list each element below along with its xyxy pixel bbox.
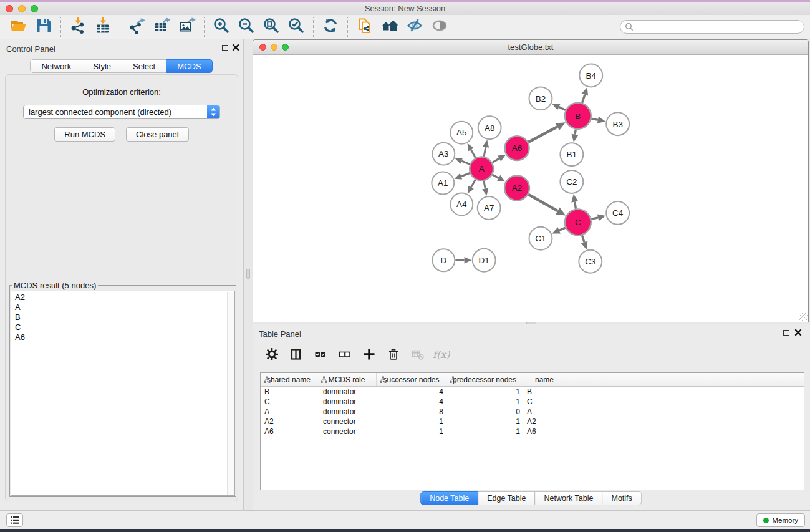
graph-edge-C-C2[interactable] <box>571 194 578 208</box>
task-history-button[interactable] <box>6 513 23 527</box>
tab-select[interactable]: Select <box>122 59 166 73</box>
run-mcds-button[interactable]: Run MCDS <box>54 127 115 142</box>
graph-node-B2[interactable]: B2 <box>529 87 552 110</box>
graph-node-D1[interactable]: D1 <box>473 249 496 272</box>
cell-name[interactable]: A <box>523 407 566 417</box>
close-network-button[interactable] <box>259 44 266 51</box>
network-window-titlebar[interactable]: testGlobe.txt <box>253 40 808 55</box>
table-row[interactable]: Bdominator41B <box>261 387 804 397</box>
graph-edge-B-B1[interactable] <box>572 129 579 142</box>
toolbar-button-home[interactable] <box>377 16 402 37</box>
graph-edge-C-C3[interactable] <box>581 235 588 249</box>
graph-edge-C-C4[interactable] <box>591 214 605 221</box>
cell-predecessors[interactable]: 1 <box>446 387 523 397</box>
graph-node-C2[interactable]: C2 <box>560 170 583 193</box>
graph-node-B3[interactable]: B3 <box>606 112 629 135</box>
scrollbar-track[interactable] <box>227 292 234 495</box>
search-input[interactable] <box>634 21 804 32</box>
minimize-window-button[interactable] <box>18 5 26 12</box>
tab-edge-table[interactable]: Edge Table <box>478 491 535 505</box>
graph-node-A8[interactable]: A8 <box>478 116 501 139</box>
graph-node-C1[interactable]: C1 <box>529 227 552 250</box>
column-header-mcds-role[interactable]: MCDS role <box>317 373 377 386</box>
toolbar-button-import-network[interactable] <box>65 16 90 37</box>
cell-successors[interactable]: 8 <box>377 407 446 417</box>
graph-node-A6[interactable]: A6 <box>505 136 529 160</box>
graph-node-B1[interactable]: B1 <box>560 143 583 166</box>
graph-edge-A-A2[interactable] <box>493 175 505 181</box>
table-row[interactable]: A2connector11A2 <box>261 417 804 427</box>
table-toolbar-button-add-row[interactable] <box>359 346 380 365</box>
cell-mcds-role[interactable]: connector <box>317 427 377 437</box>
column-header-name[interactable]: name <box>523 373 566 386</box>
cell-shared-name[interactable]: A6 <box>261 427 317 437</box>
toolbar-button-zoom-in[interactable] <box>209 16 234 37</box>
cell-successors[interactable]: 4 <box>377 387 446 397</box>
graph-node-B[interactable]: B <box>565 103 591 129</box>
toolbar-button-zoom-out[interactable] <box>234 16 259 37</box>
graph-node-A2[interactable]: A2 <box>504 176 529 201</box>
toolbar-button-export-network[interactable] <box>125 16 150 37</box>
cell-mcds-role[interactable]: connector <box>317 417 377 427</box>
resize-grip-icon[interactable] <box>799 313 808 321</box>
table-row[interactable]: Cdominator41C <box>261 397 804 407</box>
result-item[interactable]: A2 <box>11 293 234 302</box>
graph-edge-A-A8[interactable] <box>483 140 489 157</box>
cell-predecessors[interactable]: 1 <box>446 417 523 427</box>
tab-network-table[interactable]: Network Table <box>535 491 603 505</box>
toolbar-button-hide-panel[interactable] <box>402 16 427 37</box>
criterion-dropdown[interactable]: largest connected component (directed) <box>23 105 220 119</box>
graph-node-C[interactable]: C <box>565 209 591 235</box>
zoom-network-button[interactable] <box>282 44 289 51</box>
cell-predecessors[interactable]: 1 <box>446 427 523 437</box>
search-field[interactable] <box>620 20 804 34</box>
column-header-successor-nodes[interactable]: successor nodes <box>377 373 446 386</box>
cell-mcds-role[interactable]: dominator <box>317 387 377 397</box>
graph-node-A[interactable]: A <box>470 157 493 181</box>
graph-edge-A-A6[interactable] <box>492 155 505 162</box>
graph-node-C3[interactable]: C3 <box>579 250 602 273</box>
graph-edge-A-A3[interactable] <box>455 158 470 164</box>
table-toolbar-button-columns[interactable] <box>286 346 307 365</box>
tab-node-table[interactable]: Node Table <box>420 491 478 505</box>
graph-edge-A6-B[interactable] <box>528 122 566 142</box>
graph-node-A3[interactable]: A3 <box>432 143 455 165</box>
float-table-panel-icon[interactable] <box>783 330 789 336</box>
cell-shared-name[interactable]: A <box>261 407 317 417</box>
column-header-shared-name[interactable]: shared name <box>261 373 317 386</box>
vertical-splitter-grip[interactable] <box>246 269 250 279</box>
toolbar-button-open-file[interactable] <box>6 16 31 37</box>
result-item[interactable]: C <box>11 322 234 332</box>
result-item[interactable]: A6 <box>11 332 234 342</box>
toolbar-button-zoom-selected[interactable] <box>284 16 309 37</box>
graph-edge-A-A4[interactable] <box>468 180 476 194</box>
cell-shared-name[interactable]: A2 <box>261 417 317 427</box>
toolbar-button-duplicate-network[interactable] <box>352 16 377 37</box>
tab-style[interactable]: Style <box>82 59 122 73</box>
cell-successors[interactable]: 1 <box>377 417 446 427</box>
graph-edge-A-A5[interactable] <box>468 143 476 158</box>
toolbar-button-import-table[interactable] <box>90 16 115 37</box>
graph-node-B4[interactable]: B4 <box>579 64 602 87</box>
graph-edge-D-D1[interactable] <box>455 257 471 263</box>
table-toolbar-button-settings-gear[interactable] <box>261 346 282 365</box>
cell-predecessors[interactable]: 0 <box>446 407 523 417</box>
cell-name[interactable]: A2 <box>523 417 566 427</box>
toolbar-button-show-panel[interactable] <box>427 16 452 37</box>
network-canvas[interactable]: B4B2BB3A5A8A6B1A3AC2A1A2A4A7C4CC1DD1C3 <box>253 56 808 322</box>
cell-successors[interactable]: 4 <box>377 397 446 407</box>
table-toolbar-button-select-all[interactable] <box>310 346 331 365</box>
cell-mcds-role[interactable]: dominator <box>317 407 377 417</box>
close-panel-icon[interactable] <box>232 44 239 51</box>
graph-edge-A-A1[interactable] <box>455 173 470 180</box>
graph-edge-B-B2[interactable] <box>552 104 566 110</box>
table-toolbar-button-delete-row[interactable] <box>383 346 404 365</box>
zoom-window-button[interactable] <box>31 5 38 12</box>
float-panel-icon[interactable] <box>222 45 228 51</box>
toolbar-button-zoom-fit[interactable] <box>259 16 284 37</box>
toolbar-button-export-image[interactable] <box>175 16 200 37</box>
tab-mcds[interactable]: MCDS <box>166 59 212 73</box>
result-item[interactable]: B <box>11 312 234 322</box>
graph-node-A5[interactable]: A5 <box>450 122 473 144</box>
graph-node-A1[interactable]: A1 <box>432 172 454 195</box>
